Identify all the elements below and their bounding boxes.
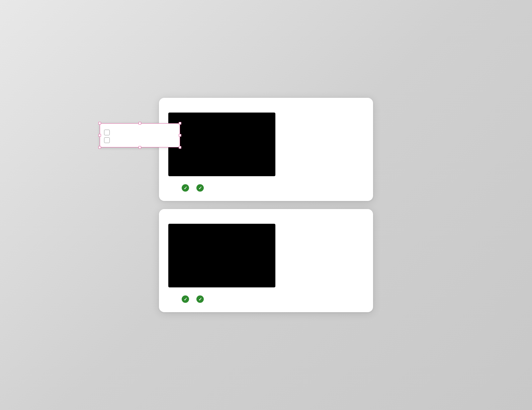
legend-aa-badge: ✓ bbox=[182, 184, 191, 192]
main-layout: ✓ ✓ bbox=[159, 98, 373, 312]
legend-card-inner: ✓ ✓ bbox=[168, 113, 364, 192]
handle-bottom-left bbox=[98, 146, 101, 149]
fieldset-card-right bbox=[275, 224, 364, 303]
legend-card-left: ✓ ✓ bbox=[168, 113, 275, 192]
legend-wcag: ✓ ✓ bbox=[182, 182, 206, 192]
fieldset-card-left: ✓ ✓ bbox=[168, 224, 275, 303]
fieldset-color-preview bbox=[168, 224, 275, 287]
fieldset-wcag-badges: ✓ ✓ bbox=[182, 295, 206, 303]
handle-bottom-right bbox=[179, 146, 181, 149]
legend-bottom-info: ✓ ✓ bbox=[168, 182, 275, 192]
legend-card: ✓ ✓ bbox=[159, 98, 373, 201]
fieldset-aa-badge: ✓ bbox=[182, 295, 191, 303]
handle-top-left bbox=[98, 122, 101, 125]
fieldset-card: ✓ ✓ bbox=[159, 209, 373, 312]
fieldset-bottom-info: ✓ ✓ bbox=[168, 293, 275, 303]
dropdown-item-1[interactable] bbox=[104, 130, 176, 135]
handle-bottom-middle bbox=[139, 146, 141, 149]
fieldset-wcag: ✓ ✓ bbox=[182, 293, 206, 303]
fieldset-aaa-check-icon: ✓ bbox=[196, 295, 204, 303]
dropdown-selection-box[interactable] bbox=[100, 123, 180, 147]
legend-aaa-badge: ✓ bbox=[196, 184, 206, 192]
legend-color-preview bbox=[168, 113, 275, 176]
legend-aaa-check-icon: ✓ bbox=[196, 184, 204, 192]
handle-middle-right bbox=[179, 134, 181, 137]
fieldset-card-inner: ✓ ✓ bbox=[168, 224, 364, 303]
legend-bg-labels bbox=[283, 191, 364, 192]
legend-card-right bbox=[275, 113, 364, 192]
fieldset-aa-check-icon: ✓ bbox=[182, 295, 189, 303]
dropdown-overlay bbox=[100, 123, 180, 147]
handle-top-middle bbox=[139, 122, 141, 125]
dropdown-item-2[interactable] bbox=[104, 137, 176, 143]
legend-wcag-badges: ✓ ✓ bbox=[182, 184, 206, 192]
handle-top-right bbox=[179, 122, 181, 125]
fieldset-aaa-badge: ✓ bbox=[196, 295, 206, 303]
checkbox-last-6-months[interactable] bbox=[104, 137, 110, 143]
handle-middle-left bbox=[98, 134, 101, 137]
legend-aa-check-icon: ✓ bbox=[182, 184, 189, 192]
checkbox-last-30-days[interactable] bbox=[104, 130, 110, 135]
